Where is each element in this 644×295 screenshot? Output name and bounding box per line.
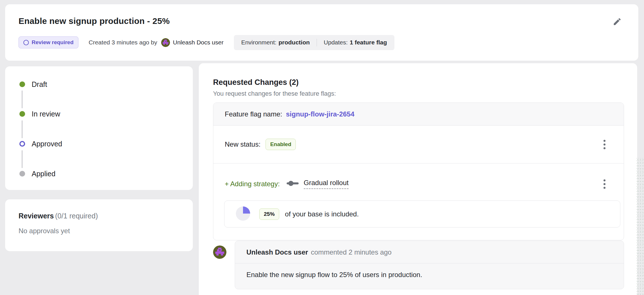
rollout-description: of your base is included. <box>285 210 359 218</box>
timeline-step-in-review: In review <box>19 111 60 117</box>
change-request-page: Enable new signup production - 25% Revie… <box>0 0 644 295</box>
timeline-step-applied: Applied <box>19 171 55 177</box>
rollout-percentage-chip: 25% <box>259 208 279 220</box>
page-title: Enable new signup production - 25% <box>19 16 170 26</box>
reviewers-title: Reviewers <box>19 212 54 220</box>
avatar-robot-icon <box>213 245 226 259</box>
environment-label: Environment: <box>241 39 277 46</box>
strategy-kebab-menu-icon[interactable] <box>601 178 608 190</box>
divider <box>317 39 317 46</box>
avatar-robot-icon <box>161 38 170 47</box>
timeline-card: Draft In review Approved Applied <box>5 66 193 190</box>
comment-card: Unleash Docs user commented 2 minutes ag… <box>235 241 624 289</box>
step-current-ring-icon <box>19 141 25 147</box>
author-avatar <box>161 38 170 47</box>
flag-name-label: Feature flag name: <box>225 110 282 118</box>
comment-meta: commented 2 minutes ago <box>311 248 392 256</box>
feature-flag-change-card: Feature flag name: signup-flow-jira-2654… <box>213 103 624 240</box>
environment-summary: Environment: production Updates: 1 featu… <box>234 35 394 50</box>
change-request-header: Enable new signup production - 25% Revie… <box>5 4 638 61</box>
new-status-label: New status: <box>225 140 260 148</box>
timeline-connector <box>22 91 23 108</box>
timeline-connector <box>22 150 23 168</box>
comment-header: Unleash Docs user commented 2 minutes ag… <box>235 241 624 263</box>
header-meta-row: Review required Created 3 minutes ago by <box>19 34 394 50</box>
step-pending-dot-icon <box>19 171 25 177</box>
requested-changes-subtitle: You request changes for these feature fl… <box>213 90 336 97</box>
updates-label: Updates: <box>324 39 348 46</box>
updates-value: 1 feature flag <box>350 39 387 46</box>
commenter-avatar <box>213 245 226 259</box>
strategy-name[interactable]: Gradual rollout <box>304 179 349 189</box>
comment-body: Enable the new signup flow to 25% of use… <box>235 263 624 289</box>
timeline-step-label: Draft <box>32 80 47 89</box>
reviewers-heading: Reviewers (0/1 required) <box>19 212 179 220</box>
environment-value: production <box>278 39 310 46</box>
timeline-connector <box>22 120 23 138</box>
flag-name-link[interactable]: signup-flow-jira-2654 <box>286 110 354 118</box>
new-status-row: New status: Enabled <box>213 126 624 163</box>
ring-icon <box>23 40 29 45</box>
rollout-summary-card: 25% of your base is included. <box>224 200 620 228</box>
timeline-step-label: In review <box>32 110 60 118</box>
background-texture <box>637 158 644 295</box>
edit-title-button[interactable] <box>611 16 623 28</box>
author-name: Unleash Docs user <box>173 39 223 46</box>
enabled-status-badge: Enabled <box>266 139 296 150</box>
reviewers-requirement: (0/1 required) <box>55 212 98 220</box>
timeline-step-label: Approved <box>32 140 62 148</box>
comment-author: Unleash Docs user <box>246 248 308 256</box>
flag-card-header: Feature flag name: signup-flow-jira-2654 <box>213 103 624 126</box>
status-badge-label: Review required <box>32 39 74 46</box>
adding-strategy-label: + Adding strategy: <box>225 180 280 188</box>
pie-chart-icon <box>235 206 251 222</box>
step-done-dot-icon <box>19 81 25 87</box>
reviewers-card: Reviewers (0/1 required) No approvals ye… <box>5 199 193 251</box>
created-text: Created 3 minutes ago by <box>89 39 157 46</box>
requested-changes-title: Requested Changes (2) <box>213 78 299 87</box>
status-badge: Review required <box>19 36 78 48</box>
timeline-step-label: Applied <box>32 170 55 178</box>
pencil-icon <box>613 17 622 27</box>
step-done-dot-icon <box>19 111 25 117</box>
timeline-step-approved: Approved <box>19 141 62 147</box>
no-approvals-text: No approvals yet <box>19 227 179 235</box>
strategy-line: + Adding strategy: Gradual rollout <box>225 178 608 190</box>
requested-changes-panel: Requested Changes (2) You request change… <box>199 63 637 295</box>
status-kebab-menu-icon[interactable] <box>601 139 608 150</box>
gradual-rollout-icon <box>286 180 299 188</box>
timeline-step-draft: Draft <box>19 81 47 87</box>
adding-strategy-row: + Adding strategy: Gradual rollout <box>213 163 624 240</box>
